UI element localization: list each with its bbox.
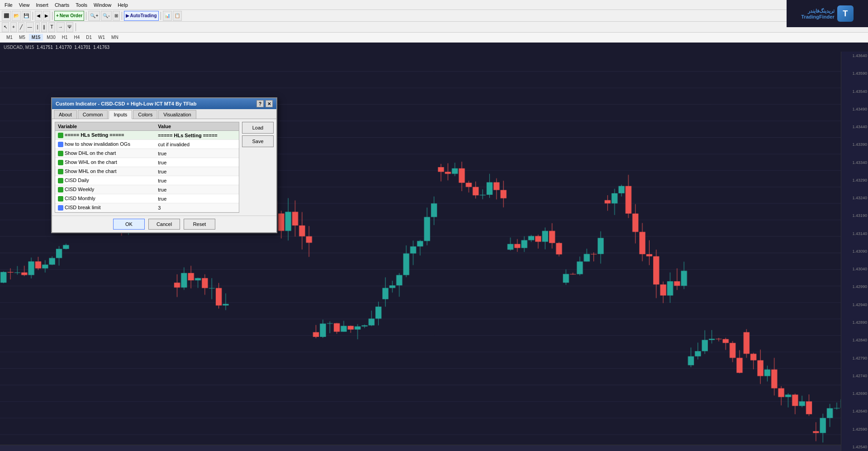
variable-cell: Show WHL on the chart [55, 158, 155, 167]
variable-cell: Show MHL on the chart [55, 167, 155, 176]
modal-side-buttons: Load Save [242, 122, 274, 213]
value-cell[interactable]: true [155, 176, 239, 185]
variable-cell: CISD Weekly [55, 185, 155, 194]
table-row[interactable]: how to show invalidation OGscut if inval… [55, 140, 239, 149]
modal-title: Custom Indicator - CISD-CSD + High-Low I… [56, 101, 196, 106]
indicator-settings-modal: Custom Indicator - CISD-CSD + High-Low I… [51, 97, 277, 233]
variable-name: how to show invalidation OGs [65, 141, 130, 147]
variable-cell: CISD break limit [55, 203, 155, 212]
modal-content: Variable Value ===== HLs Setting =======… [52, 119, 276, 216]
save-btn[interactable]: Save [242, 135, 274, 147]
variable-name: Show MHL on the chart [65, 168, 117, 174]
modal-tabs: About Common Inputs Colors Visualization [52, 109, 276, 119]
variable-name: CISD break limit [65, 205, 100, 210]
modal-help-btn[interactable]: ? [256, 100, 264, 107]
variable-cell: CISD Daily [55, 176, 155, 185]
variable-name: Show DHL on the chart [65, 150, 116, 156]
table-row[interactable]: Show MHL on the charttrue [55, 167, 239, 176]
value-cell[interactable]: true [155, 194, 239, 203]
value-cell[interactable]: 3 [155, 203, 239, 212]
value-cell[interactable]: cut if invalided [155, 140, 239, 149]
table-row[interactable]: CISD Monthlytrue [55, 194, 239, 203]
modal-close-btn[interactable]: ✕ [266, 100, 273, 107]
col-header-value: Value [155, 122, 239, 131]
params-table: Variable Value ===== HLs Setting =======… [55, 122, 239, 213]
value-cell[interactable]: ===== HLs Setting ===== [155, 131, 239, 140]
variable-icon [58, 142, 63, 147]
ok-button[interactable]: OK [113, 219, 145, 230]
table-row[interactable]: CISD Weeklytrue [55, 185, 239, 194]
value-cell[interactable]: true [155, 158, 239, 167]
tab-inputs[interactable]: Inputs [109, 110, 132, 119]
reset-button[interactable]: Reset [184, 219, 215, 230]
variable-cell: Show DHL on the chart [55, 149, 155, 158]
variable-icon [58, 160, 63, 165]
variable-icon [58, 187, 63, 192]
tab-visualization[interactable]: Visualization [158, 110, 196, 119]
modal-overlay: Custom Indicator - CISD-CSD + High-Low I… [0, 0, 868, 451]
table-row[interactable]: CISD Dailytrue [55, 176, 239, 185]
table-row[interactable]: Show DHL on the charttrue [55, 149, 239, 158]
modal-footer: OK Cancel Reset [52, 216, 276, 232]
variable-name: CISD Daily [65, 178, 89, 183]
variable-icon [58, 133, 63, 138]
variable-icon [58, 178, 63, 183]
col-header-variable: Variable [55, 122, 155, 131]
variable-icon [58, 205, 63, 211]
variable-cell: how to show invalidation OGs [55, 140, 155, 149]
variable-name: Show WHL on the chart [65, 159, 117, 165]
variable-icon [58, 169, 63, 174]
cancel-button[interactable]: Cancel [148, 219, 180, 230]
tab-about[interactable]: About [54, 110, 77, 119]
variable-cell: ===== HLs Setting ===== [55, 131, 155, 140]
variable-cell: CISD Monthly [55, 194, 155, 203]
variable-icon [58, 196, 63, 202]
table-row[interactable]: ===== HLs Setting ========== HLs Setting… [55, 131, 239, 140]
modal-titlebar: Custom Indicator - CISD-CSD + High-Low I… [52, 98, 276, 109]
variable-name: CISD Weekly [65, 187, 94, 192]
load-btn[interactable]: Load [242, 122, 274, 134]
value-cell[interactable]: true [155, 185, 239, 194]
value-cell[interactable]: true [155, 149, 239, 158]
value-cell[interactable]: true [155, 167, 239, 176]
modal-title-buttons: ? ✕ [256, 100, 273, 107]
variable-name: CISD Monthly [65, 196, 95, 201]
variable-icon [58, 151, 63, 156]
tab-colors[interactable]: Colors [133, 110, 157, 119]
table-row[interactable]: CISD break limit3 [55, 203, 239, 212]
table-row[interactable]: Show WHL on the charttrue [55, 158, 239, 167]
tab-common[interactable]: Common [78, 110, 108, 119]
variable-name: ===== HLs Setting ===== [65, 132, 124, 138]
